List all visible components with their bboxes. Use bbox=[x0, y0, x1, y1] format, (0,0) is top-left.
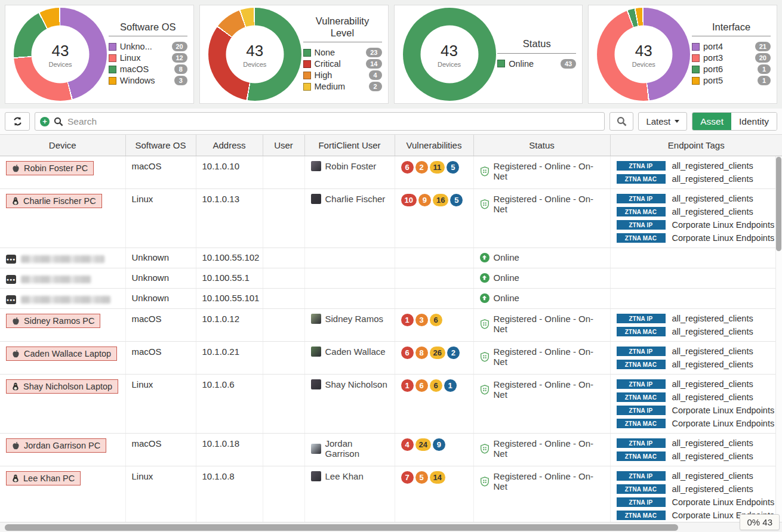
ztna-badge[interactable]: ZTNA MAC bbox=[617, 419, 666, 428]
vulnerability-count-badge[interactable]: 1 bbox=[401, 379, 414, 392]
donut-chart[interactable]: 43 Devices bbox=[208, 8, 301, 101]
column-header[interactable]: FortiClient User bbox=[304, 135, 395, 156]
column-header[interactable]: Device bbox=[0, 135, 125, 156]
donut-chart[interactable]: 43 Devices bbox=[597, 8, 690, 101]
device-chip[interactable]: Sidney Ramos PC bbox=[6, 314, 100, 328]
ztna-badge[interactable]: ZTNA IP bbox=[617, 497, 666, 507]
latest-dropdown[interactable]: Latest bbox=[638, 112, 687, 131]
tab-asset[interactable]: Asset bbox=[692, 113, 731, 130]
legend-item[interactable]: High 4 bbox=[303, 70, 382, 80]
table-row[interactable]: Charlie Fischer PC ●●● Linux 10.1.0.13 C… bbox=[0, 189, 782, 248]
ztna-badge[interactable]: ZTNA IP bbox=[617, 161, 666, 171]
ztna-badge[interactable]: ZTNA IP bbox=[617, 220, 666, 230]
table-row[interactable]: Robin Foster PC ●●● macOS 10.1.0.10 Robi… bbox=[0, 156, 782, 189]
search-bar[interactable]: + bbox=[35, 112, 605, 131]
ztna-badge[interactable]: ZTNA MAC bbox=[617, 360, 666, 369]
vulnerability-count-badge[interactable]: 4 bbox=[401, 438, 414, 451]
ztna-badge[interactable]: ZTNA MAC bbox=[617, 451, 666, 461]
legend-item[interactable]: macOS 8 bbox=[109, 64, 187, 74]
vulnerability-count-badge[interactable]: 10 bbox=[401, 194, 417, 206]
legend-item[interactable]: Online 43 bbox=[497, 59, 576, 69]
device-chip[interactable]: Caden Wallace Laptop bbox=[6, 347, 117, 361]
legend-item[interactable]: port4 21 bbox=[692, 42, 771, 51]
vulnerability-count-badge[interactable]: 16 bbox=[433, 194, 448, 206]
ztna-badge[interactable]: ZTNA IP bbox=[617, 347, 666, 356]
vulnerability-count-badge[interactable]: 6 bbox=[401, 347, 414, 359]
table-row[interactable]: ●●● Unknown 10.100.55.102 Onl bbox=[0, 248, 782, 268]
vulnerability-count-badge[interactable]: 6 bbox=[415, 379, 428, 392]
vulnerability-count-badge[interactable]: 26 bbox=[430, 347, 445, 359]
ztna-badge[interactable]: ZTNA IP bbox=[617, 314, 666, 323]
vertical-scrollbar[interactable] bbox=[775, 156, 782, 522]
unknown-device[interactable]: ●●● bbox=[6, 255, 104, 264]
legend-item[interactable]: port6 1 bbox=[692, 64, 771, 74]
add-filter-icon[interactable]: + bbox=[40, 117, 50, 126]
column-header[interactable]: Vulnerabilities bbox=[395, 135, 473, 156]
ztna-badge[interactable]: ZTNA IP bbox=[617, 438, 666, 448]
table-row[interactable]: ●●● Unknown 10.100.55.101 Onl bbox=[0, 289, 782, 309]
vulnerability-count-badge[interactable]: 2 bbox=[447, 347, 460, 359]
vulnerability-count-badge[interactable]: 14 bbox=[430, 471, 445, 484]
vertical-scrollbar-thumb[interactable] bbox=[776, 157, 781, 251]
column-header[interactable]: Software OS bbox=[125, 135, 196, 156]
unknown-device[interactable]: ●●● bbox=[6, 295, 110, 304]
vulnerability-count-badge[interactable]: 3 bbox=[415, 314, 428, 326]
unknown-device[interactable]: ●●● bbox=[6, 275, 91, 284]
ztna-badge[interactable]: ZTNA IP bbox=[617, 379, 666, 389]
vulnerability-count-badge[interactable]: 1 bbox=[444, 379, 457, 392]
vulnerability-count-badge[interactable]: 1 bbox=[401, 314, 414, 326]
vulnerability-count-badge[interactable]: 2 bbox=[415, 161, 428, 174]
horizontal-scrollbar-thumb[interactable] bbox=[5, 524, 678, 531]
ztna-badge[interactable]: ZTNA IP bbox=[617, 406, 666, 415]
legend-item[interactable]: Medium 2 bbox=[303, 82, 382, 91]
legend-item[interactable]: Unkno... 20 bbox=[109, 42, 187, 51]
legend-item[interactable]: Critical 14 bbox=[303, 59, 382, 69]
ztna-badge[interactable]: ZTNA MAC bbox=[617, 327, 666, 336]
column-header[interactable]: User bbox=[263, 135, 304, 156]
table-row[interactable]: Lee Khan PC ●●● Linux 10.1.0.8 Lee Khan … bbox=[0, 466, 782, 525]
search-input[interactable] bbox=[67, 116, 599, 127]
legend-item[interactable]: Windows 3 bbox=[109, 76, 187, 85]
ztna-badge[interactable]: ZTNA IP bbox=[617, 471, 666, 481]
ztna-badge[interactable]: ZTNA IP bbox=[617, 194, 666, 203]
table-row[interactable]: Sidney Ramos PC ●●● macOS 10.1.0.12 Sidn… bbox=[0, 309, 782, 342]
column-header[interactable]: Status bbox=[473, 135, 610, 156]
table-row[interactable]: Shay Nicholson Laptop ●●● Linux 10.1.0.6… bbox=[0, 375, 782, 434]
vulnerability-count-badge[interactable]: 5 bbox=[415, 471, 428, 484]
device-chip[interactable]: Jordan Garrison PC bbox=[6, 438, 106, 453]
donut-chart[interactable]: 43 Devices bbox=[14, 8, 107, 101]
tab-identity[interactable]: Identity bbox=[731, 113, 777, 130]
vulnerability-count-badge[interactable]: 6 bbox=[401, 161, 414, 174]
ztna-badge[interactable]: ZTNA MAC bbox=[617, 484, 666, 494]
table-row[interactable]: Jordan Garrison PC ●●● macOS 10.1.0.18 J… bbox=[0, 434, 782, 466]
vulnerability-count-badge[interactable]: 6 bbox=[430, 314, 442, 326]
ztna-badge[interactable]: ZTNA MAC bbox=[617, 233, 666, 243]
ztna-badge[interactable]: ZTNA MAC bbox=[617, 392, 666, 402]
refresh-button[interactable] bbox=[5, 112, 30, 131]
vulnerability-count-badge[interactable]: 6 bbox=[430, 379, 442, 392]
legend-item[interactable]: None 23 bbox=[303, 48, 382, 57]
donut-chart[interactable]: 43 Devices bbox=[403, 8, 496, 101]
device-chip[interactable]: Robin Foster PC bbox=[6, 161, 94, 175]
device-chip[interactable]: Shay Nicholson Laptop bbox=[6, 379, 118, 394]
horizontal-scrollbar[interactable] bbox=[0, 522, 782, 532]
vulnerability-count-badge[interactable]: 7 bbox=[401, 471, 414, 484]
column-header[interactable]: Address bbox=[196, 135, 263, 156]
column-header[interactable]: Endpoint Tags bbox=[610, 135, 782, 156]
vulnerability-count-badge[interactable]: 9 bbox=[433, 438, 445, 451]
ztna-badge[interactable]: ZTNA MAC bbox=[617, 174, 666, 184]
search-submit-button[interactable] bbox=[609, 112, 633, 131]
device-chip[interactable]: Charlie Fischer PC bbox=[6, 194, 102, 208]
vulnerability-count-badge[interactable]: 11 bbox=[430, 161, 445, 174]
vulnerability-count-badge[interactable]: 5 bbox=[447, 161, 459, 174]
legend-item[interactable]: port5 1 bbox=[692, 76, 771, 85]
legend-item[interactable]: port3 20 bbox=[692, 53, 771, 63]
legend-item[interactable]: Linux 12 bbox=[109, 53, 187, 63]
vulnerability-count-badge[interactable]: 8 bbox=[415, 347, 428, 359]
table-row[interactable]: Caden Wallace Laptop ●●● macOS 10.1.0.21… bbox=[0, 342, 782, 375]
ztna-badge[interactable]: ZTNA MAC bbox=[617, 511, 666, 520]
device-chip[interactable]: Lee Khan PC bbox=[6, 471, 81, 485]
vulnerability-count-badge[interactable]: 24 bbox=[415, 438, 431, 451]
table-row[interactable]: ●●● Unknown 10.100.55.1 Onlin bbox=[0, 268, 782, 289]
vulnerability-count-badge[interactable]: 5 bbox=[450, 194, 463, 206]
